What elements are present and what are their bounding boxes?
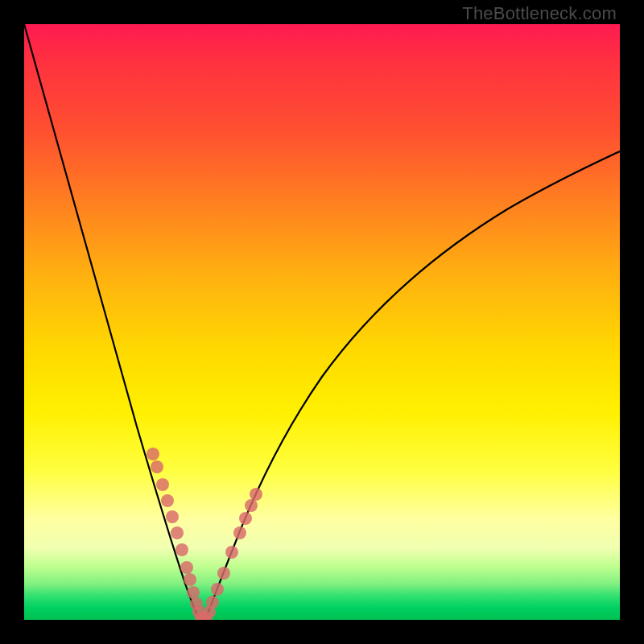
curves-group [24, 24, 620, 620]
data-marker [233, 526, 246, 539]
data-marker [161, 494, 174, 507]
data-marker [250, 488, 262, 501]
data-marker [156, 478, 169, 491]
data-marker [147, 448, 159, 460]
curve-layer [24, 24, 620, 620]
chart-container: TheBottleneck.com [0, 0, 644, 644]
data-marker [184, 573, 196, 586]
data-marker [239, 512, 252, 525]
right-curve [205, 151, 620, 620]
data-marker [245, 499, 258, 512]
watermark-text: TheBottleneck.com [462, 3, 617, 24]
data-marker [217, 567, 230, 580]
plot-area [24, 24, 620, 620]
markers-group [147, 448, 262, 620]
data-marker [180, 561, 193, 574]
data-marker [166, 510, 179, 523]
data-marker [151, 460, 163, 473]
data-marker [175, 543, 188, 556]
data-marker [206, 596, 219, 609]
data-marker [211, 583, 224, 596]
data-marker [225, 546, 238, 559]
data-marker [187, 586, 200, 599]
data-marker [171, 526, 184, 539]
